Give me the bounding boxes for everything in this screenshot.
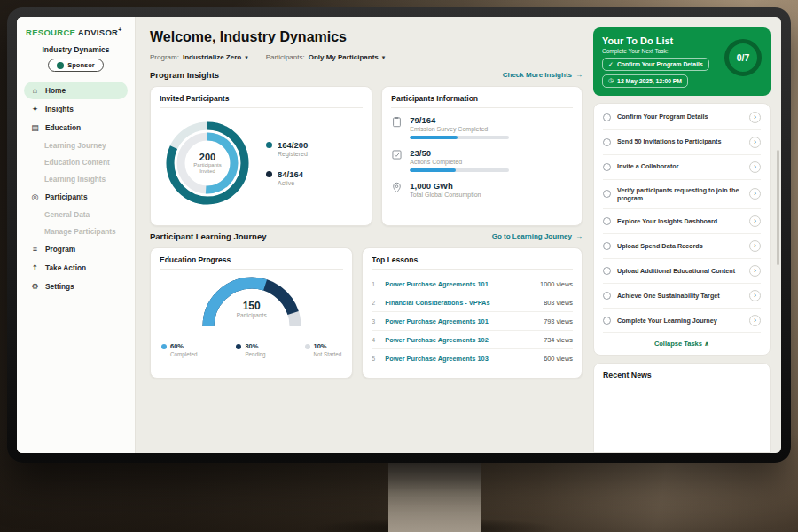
check-more-insights-link[interactable]: Check More Insights → bbox=[503, 71, 583, 79]
task-row[interactable]: Send 50 Invitations to Participants › bbox=[603, 130, 761, 155]
card-title: Invited Participants bbox=[160, 94, 363, 108]
sidebar-item-home[interactable]: ⌂ Home bbox=[24, 82, 128, 99]
next-task-time-chip: ◷ 12 May 2025, 12:00 PM bbox=[602, 74, 688, 88]
legend-label: Not Started bbox=[314, 351, 342, 357]
chevron-right-icon[interactable]: › bbox=[749, 265, 761, 277]
lesson-link[interactable]: Power Purchase Agreements 101 bbox=[385, 317, 538, 325]
task-row[interactable]: Invite a Collaborator › bbox=[603, 155, 761, 180]
lesson-row[interactable]: 4 Power Purchase Agreements 102 734 view… bbox=[372, 331, 573, 349]
task-label: Complete Your Learning Journey bbox=[617, 317, 743, 325]
chevron-right-icon[interactable]: › bbox=[749, 112, 761, 123]
task-row[interactable]: Achieve One Sustainability Target › bbox=[603, 284, 761, 309]
sponsor-badge[interactable]: Sponsor bbox=[48, 59, 103, 72]
participants-filter[interactable]: Participants: Only My Participants ▾ bbox=[266, 53, 386, 61]
recent-news-card: Recent News bbox=[593, 363, 771, 453]
legend-label: Completed bbox=[170, 351, 197, 357]
sidebar-item-manage-participants[interactable]: Manage Participants bbox=[24, 223, 128, 239]
lesson-link[interactable]: Power Purchase Agreements 103 bbox=[385, 355, 538, 363]
chevron-right-icon[interactable]: › bbox=[749, 188, 761, 200]
link-label: Check More Insights bbox=[503, 71, 572, 79]
stat-value: 79/164 bbox=[410, 115, 509, 125]
task-checkbox[interactable] bbox=[603, 138, 611, 146]
lesson-row[interactable]: 1 Power Purchase Agreements 101 1000 vie… bbox=[372, 275, 573, 293]
section-title: Participant Learning Journey bbox=[150, 231, 266, 241]
task-checkbox[interactable] bbox=[603, 113, 611, 121]
task-checkbox[interactable] bbox=[603, 163, 611, 171]
clock-icon: ◷ bbox=[608, 77, 614, 84]
chevron-right-icon[interactable]: › bbox=[749, 315, 761, 326]
task-checkbox[interactable] bbox=[603, 217, 611, 225]
legend-value: 10% bbox=[314, 342, 342, 350]
collapse-tasks-button[interactable]: Collapse Tasks ∧ bbox=[603, 333, 761, 353]
task-row[interactable]: Complete Your Learning Journey › bbox=[603, 309, 761, 333]
task-row[interactable]: Verify participants requesting to join t… bbox=[603, 180, 761, 210]
lesson-rank: 4 bbox=[372, 337, 379, 343]
lesson-row[interactable]: 5 Power Purchase Agreements 103 600 view… bbox=[372, 349, 573, 367]
logo-text-resource: RESOURCE bbox=[26, 27, 75, 37]
participants-icon: ◎ bbox=[30, 192, 40, 201]
legend-value: 84/164 bbox=[278, 169, 303, 179]
sidebar-item-label: Learning Journey bbox=[44, 141, 106, 150]
collapse-tasks-label: Collapse Tasks bbox=[654, 340, 702, 348]
sidebar-item-settings[interactable]: ⚙ Settings bbox=[24, 278, 128, 295]
task-checkbox[interactable] bbox=[603, 292, 611, 300]
education-progress-card: Education Progress 150 Participants bbox=[150, 247, 353, 379]
link-label: Go to Learning Journey bbox=[492, 232, 572, 240]
chevron-right-icon[interactable]: › bbox=[749, 215, 761, 227]
donut-center-caption: Participants Invited bbox=[188, 162, 227, 176]
lesson-row[interactable]: 2 Financial Considerations - VPPAs 803 v… bbox=[372, 293, 573, 312]
gauge-legend: 60% Completed 30% Pending bbox=[160, 342, 343, 357]
sidebar-item-label: Take Action bbox=[45, 263, 86, 272]
section-title: Program Insights bbox=[150, 70, 219, 80]
sidebar-item-take-action[interactable]: ↥ Take Action bbox=[24, 259, 128, 277]
chevron-right-icon[interactable]: › bbox=[749, 290, 761, 301]
go-to-learning-journey-link[interactable]: Go to Learning Journey → bbox=[492, 232, 583, 240]
sidebar-item-learning-insights[interactable]: Learning Insights bbox=[24, 171, 128, 187]
sidebar-item-education[interactable]: ▤ Education bbox=[24, 119, 128, 137]
progress-bar bbox=[410, 136, 509, 139]
stat-row-emission-survey: 79/164 Emission Survey Completed bbox=[391, 115, 573, 139]
task-row[interactable]: Upload Spend Data Records › bbox=[603, 234, 761, 259]
lesson-views: 600 views bbox=[544, 355, 573, 363]
scrollbar[interactable] bbox=[777, 150, 779, 265]
lesson-row[interactable]: 3 Power Purchase Agreements 101 793 view… bbox=[372, 312, 573, 331]
legend-label: Active bbox=[278, 180, 303, 186]
task-checkbox[interactable] bbox=[603, 267, 611, 275]
sidebar-item-program[interactable]: ≡ Program bbox=[24, 240, 128, 258]
task-checkbox[interactable] bbox=[603, 317, 611, 325]
lesson-link[interactable]: Financial Considerations - VPPAs bbox=[385, 299, 538, 307]
sponsor-icon bbox=[57, 62, 64, 69]
filters-row: Program: Industrialize Zero ▾ Participan… bbox=[150, 53, 583, 61]
chevron-right-icon[interactable]: › bbox=[749, 137, 761, 148]
right-panel: Your To Do List Complete Your Next Task:… bbox=[593, 17, 781, 453]
task-label: Confirm Your Program Details bbox=[617, 113, 743, 121]
sidebar-item-general-data[interactable]: General Data bbox=[24, 207, 128, 223]
top-lessons-card: Top Lessons 1 Power Purchase Agreements … bbox=[362, 247, 583, 379]
program-filter[interactable]: Program: Industrialize Zero ▾ bbox=[150, 53, 248, 61]
invited-participants-card: Invited Participants 200 bbox=[150, 86, 372, 226]
sidebar-item-learning-journey[interactable]: Learning Journey bbox=[24, 137, 128, 153]
legend-item-registered: 164/200 Registered bbox=[266, 140, 308, 157]
logo-text-advisor: ADVISOR bbox=[78, 27, 118, 37]
sidebar-item-education-content[interactable]: Education Content bbox=[24, 154, 128, 170]
lesson-link[interactable]: Power Purchase Agreements 101 bbox=[385, 280, 535, 288]
next-task-chip[interactable]: ✓ Confirm Your Program Details bbox=[602, 58, 709, 71]
legend-label: Registered bbox=[278, 151, 308, 157]
task-checkbox[interactable] bbox=[603, 242, 611, 250]
chevron-right-icon[interactable]: › bbox=[749, 161, 761, 173]
task-row[interactable]: Explore Your Insights Dashboard › bbox=[603, 209, 761, 234]
task-row[interactable]: Upload Additional Educational Content › bbox=[603, 259, 761, 284]
org-name: Industry Dynamics bbox=[24, 45, 128, 54]
sidebar-item-participants[interactable]: ◎ Participants bbox=[24, 188, 128, 206]
legend-value: 60% bbox=[170, 342, 197, 350]
task-label: Send 50 Invitations to Participants bbox=[617, 137, 743, 145]
participants-information-card: Participants Information 79/164 Emission… bbox=[381, 86, 583, 226]
insights-icon: ✦ bbox=[30, 105, 40, 113]
chevron-right-icon[interactable]: › bbox=[749, 240, 761, 252]
task-checkbox[interactable] bbox=[603, 190, 611, 198]
stat-label: Actions Completed bbox=[410, 159, 509, 165]
sidebar-item-insights[interactable]: ✦ Insights bbox=[24, 100, 128, 118]
task-row[interactable]: Confirm Your Program Details › bbox=[603, 106, 761, 130]
sidebar: RESOURCE ADVISOR+ Industry Dynamics Spon… bbox=[17, 17, 136, 453]
lesson-link[interactable]: Power Purchase Agreements 102 bbox=[385, 336, 538, 344]
